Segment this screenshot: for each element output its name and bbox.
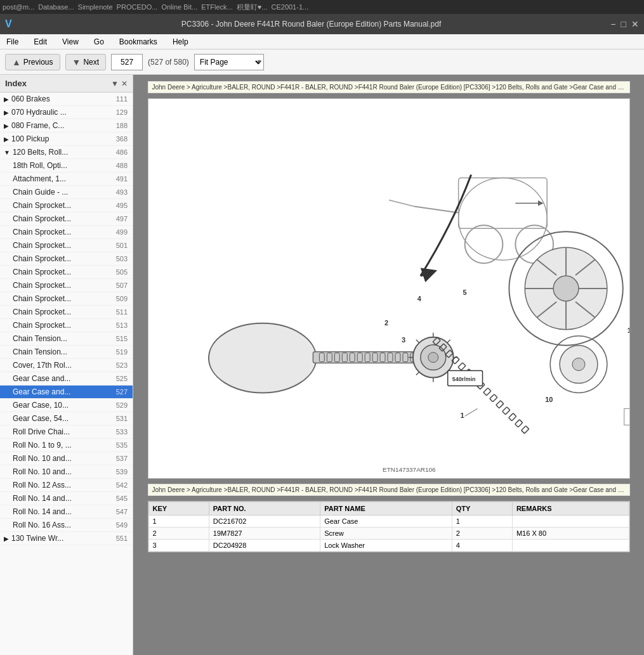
- sidebar-item-20[interactable]: Cover, 17th Rol...523: [0, 359, 133, 372]
- document-area[interactable]: John Deere > Agriculture >BALER, ROUND >…: [133, 75, 644, 655]
- sidebar-item-page: 497: [108, 215, 128, 223]
- sidebar-item-12[interactable]: Chain Sprocket...503: [0, 252, 133, 266]
- sidebar-item-page: 511: [108, 308, 128, 316]
- sidebar-close-icon[interactable]: ✕: [121, 79, 128, 88]
- menu-view[interactable]: View: [58, 36, 82, 48]
- sidebar-item-label: 130 Twine Wr...: [11, 534, 108, 543]
- sidebar-item-7[interactable]: Chain Guide - ...493: [0, 186, 133, 199]
- next-button[interactable]: ▼ Next: [65, 54, 107, 70]
- sidebar-item-22[interactable]: Gear Case and...527: [0, 386, 133, 399]
- menu-go[interactable]: Go: [90, 36, 108, 48]
- col-header-remarks: REMARKS: [512, 502, 629, 516]
- sidebar-item-17[interactable]: Chain Sprocket...513: [0, 319, 133, 332]
- sidebar-item-4[interactable]: ▼120 Belts, Roll...486: [0, 146, 133, 159]
- table-row: 219M7827Screw2M16 X 80: [148, 528, 629, 540]
- sidebar-item-18[interactable]: Chain Tension...515: [0, 332, 133, 346]
- sidebar-item-28[interactable]: Roll No. 10 and...539: [0, 465, 133, 479]
- sidebar-item-9[interactable]: Chain Sprocket...497: [0, 212, 133, 226]
- sidebar-item-10[interactable]: Chain Sprocket...499: [0, 226, 133, 239]
- sidebar-item-label: Roll No. 16 Ass...: [13, 521, 108, 529]
- sidebar-item-3[interactable]: ▶100 Pickup368: [0, 133, 133, 146]
- svg-point-25: [428, 353, 438, 363]
- table-row: 3DC204928Lock Washer4: [148, 540, 629, 552]
- sidebar-item-page: 545: [108, 495, 128, 502]
- fit-page-select[interactable]: Fit Page Fit Width Fit Height 50% 75% 10…: [194, 54, 264, 70]
- svg-text:5: 5: [463, 289, 466, 296]
- bottom-breadcrumb: John Deere > Agriculture >BALER, ROUND >…: [148, 484, 630, 496]
- col-header-partname: PART NAME: [320, 502, 452, 516]
- sidebar-item-13[interactable]: Chain Sprocket...505: [0, 266, 133, 279]
- sidebar-item-26[interactable]: Roll No. 1 to 9, ...535: [0, 439, 133, 452]
- table-row: 1DC216702Gear Case1: [148, 516, 629, 528]
- sidebar-item-page: 549: [108, 521, 128, 529]
- sidebar-item-23[interactable]: Gear Case, 10...529: [0, 399, 133, 412]
- svg-text:11: 11: [627, 327, 629, 334]
- window-title: PC3306 - John Deere F441R Round Baler (E…: [12, 20, 611, 29]
- tab-simplenote[interactable]: Simplenote: [78, 3, 113, 11]
- sidebar-item-page: 486: [108, 148, 128, 156]
- sidebar-item-27[interactable]: Roll No. 10 and...537: [0, 452, 133, 465]
- sidebar-item-label: Chain Sprocket...: [13, 228, 108, 237]
- tab-procedo[interactable]: PROCEDO...: [117, 3, 158, 11]
- sidebar-item-1[interactable]: ▶070 Hydraulic ...129: [0, 106, 133, 119]
- sidebar-item-label: Roll No. 1 to 9, ...: [13, 441, 108, 450]
- page-number-input[interactable]: [111, 54, 143, 70]
- sidebar-dropdown-icon[interactable]: ▼: [111, 79, 119, 88]
- cell-qty: 2: [452, 528, 512, 540]
- cell-part_name: Gear Case: [320, 516, 452, 528]
- tab-chinese[interactable]: 积量盯♥...: [237, 3, 268, 12]
- menu-bookmarks[interactable]: Bookmarks: [115, 36, 161, 48]
- tab-online-bit[interactable]: Online Bit...: [161, 3, 197, 11]
- svg-point-36: [553, 276, 579, 301]
- previous-button[interactable]: ▲ Previous: [5, 54, 60, 70]
- menu-help[interactable]: Help: [169, 36, 192, 48]
- page-info: (527 of 580): [148, 58, 189, 67]
- sidebar-item-label: Roll No. 10 and...: [13, 467, 108, 476]
- sidebar-item-14[interactable]: Chain Sprocket...507: [0, 279, 133, 292]
- tab-ce2001[interactable]: CE2001-1...: [271, 3, 308, 11]
- main-area: Index ▼ ✕ ▶060 Brakes111▶070 Hydraulic .…: [0, 75, 644, 655]
- sidebar-item-16[interactable]: Chain Sprocket...511: [0, 306, 133, 319]
- sidebar-item-label: Chain Sprocket...: [13, 214, 108, 223]
- svg-text:1: 1: [460, 412, 464, 419]
- sidebar-item-29[interactable]: Roll No. 12 Ass...542: [0, 479, 133, 492]
- menu-edit[interactable]: Edit: [30, 36, 51, 48]
- sidebar-title: Index: [5, 79, 27, 88]
- sidebar-item-label: Chain Sprocket...: [13, 321, 108, 330]
- parts-diagram: 1 2 3 4 5 10 11: [148, 98, 630, 479]
- window-titlebar: V PC3306 - John Deere F441R Round Baler …: [0, 14, 644, 34]
- sidebar-item-21[interactable]: Gear Case and...525: [0, 372, 133, 386]
- sidebar-item-31[interactable]: Roll No. 14 and...547: [0, 505, 133, 519]
- sidebar-item-24[interactable]: Gear Case, 54...531: [0, 412, 133, 425]
- tab-database[interactable]: Database...: [38, 3, 74, 11]
- sidebar-item-6[interactable]: Attachment, 1...491: [0, 172, 133, 186]
- sidebar-item-30[interactable]: Roll No. 14 and...545: [0, 492, 133, 505]
- sidebar-item-15[interactable]: Chain Sprocket...509: [0, 292, 133, 306]
- sidebar-item-19[interactable]: Chain Tension...519: [0, 346, 133, 359]
- sidebar-item-page: 493: [108, 188, 128, 196]
- sidebar-list: ▶060 Brakes111▶070 Hydraulic ...129▶080 …: [0, 93, 133, 655]
- menu-file[interactable]: File: [3, 36, 22, 48]
- parts-table: KEY PART NO. PART NAME QTY REMARKS 1DC21…: [148, 502, 629, 552]
- maximize-button[interactable]: □: [621, 19, 626, 29]
- sidebar-item-label: Chain Sprocket...: [13, 294, 108, 303]
- tab-post[interactable]: post@m...: [3, 3, 34, 11]
- sidebar-item-page: 499: [108, 228, 128, 236]
- sidebar-item-8[interactable]: Chain Sprocket...495: [0, 199, 133, 212]
- sidebar-item-2[interactable]: ▶080 Frame, C...188: [0, 119, 133, 133]
- tab-etfleck[interactable]: ETFleck...: [201, 3, 233, 11]
- close-button[interactable]: ✕: [631, 19, 639, 29]
- sidebar-item-page: 495: [108, 202, 128, 209]
- sidebar-item-25[interactable]: Roll Drive Chai...533: [0, 425, 133, 439]
- sidebar-item-label: 080 Frame, C...: [11, 121, 108, 130]
- prev-arrow-icon: ▲: [12, 57, 21, 67]
- sidebar-item-0[interactable]: ▶060 Brakes111: [0, 93, 133, 106]
- sidebar-item-32[interactable]: Roll No. 16 Ass...549: [0, 519, 133, 532]
- sidebar-item-5[interactable]: 18th Roll, Opti...488: [0, 159, 133, 172]
- sidebar-item-11[interactable]: Chain Sprocket...501: [0, 239, 133, 252]
- sidebar-item-label: Chain Sprocket...: [13, 241, 108, 250]
- minimize-button[interactable]: −: [610, 19, 615, 29]
- sidebar-item-33[interactable]: ▶130 Twine Wr...551: [0, 532, 133, 545]
- sidebar-item-page: 515: [108, 335, 128, 342]
- sidebar-item-label: 070 Hydraulic ...: [11, 108, 108, 117]
